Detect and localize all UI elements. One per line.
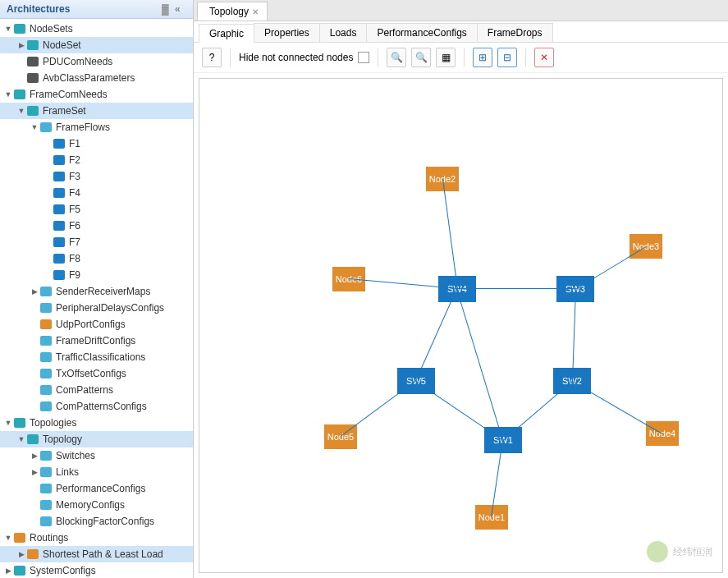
expand-arrow-icon[interactable] [30,401,39,411]
zoom-out-button[interactable]: 🔍 [411,48,431,67]
sub-tab-performanceconfigs[interactable]: PerformanceConfigs [366,23,477,42]
tree-item-avbclassparameters[interactable]: AvbClassParameters [0,70,193,86]
tree-item-framecomneeds[interactable]: ▼FrameComNeeds [0,86,193,103]
tree-item-routings[interactable]: ▼Routings [0,530,193,546]
tree-item-blockingfactorconfigs[interactable]: BlockingFactorConfigs [0,513,193,530]
link-sw3-sw4[interactable] [457,288,575,289]
expand-arrow-icon[interactable] [43,204,53,214]
tree-item-f1[interactable]: F1 [0,135,193,152]
tree-item-shortest-path-least-load[interactable]: ▶Shortest Path & Least Load [0,546,193,562]
tree-item-pducomneeds[interactable]: PDUComNeeds [0,53,193,70]
tree-item-frameset[interactable]: ▼FrameSet [0,103,193,119]
link-sw2-node4[interactable] [571,381,662,434]
tree-item-systemconfigs[interactable]: ▶SystemConfigs [0,562,193,578]
tree-item-f8[interactable]: F8 [0,250,193,267]
sub-tab-graphic[interactable]: Graphic [199,24,254,43]
tree-item-compatterns[interactable]: ComPatterns [0,382,193,398]
tree-item-f3[interactable]: F3 [0,168,193,185]
expand-arrow-icon[interactable] [43,155,53,165]
expand-arrow-icon[interactable]: ▶ [30,287,39,296]
expand-arrow-icon[interactable] [30,336,39,346]
expand-arrow-icon[interactable]: ▶ [3,566,13,576]
delete-button[interactable]: ✕ [534,48,554,67]
close-icon[interactable]: ✕ [252,7,259,16]
layout-button-2[interactable]: ⊟ [497,48,517,67]
tree-item-peripheraldelaysconfigs[interactable]: PeripheralDelaysConfigs [0,300,193,316]
tree-item-label: F8 [69,253,80,264]
link-sw1-sw2[interactable] [503,381,573,441]
tree-item-compatternsconfigs[interactable]: ComPatternsConfigs [0,398,193,415]
tree-item-switches[interactable]: ▶Switches [0,447,193,464]
tree-item-udpportconfigs[interactable]: UdpPortConfigs [0,316,193,333]
orange-icon [26,548,39,561]
hide-nodes-checkbox[interactable] [358,52,369,63]
tab-topology[interactable]: Topology ✕ [197,2,268,21]
tree-item-frameflows[interactable]: ▼FrameFlows [0,119,193,135]
tree-item-txoffsetconfigs[interactable]: TxOffsetConfigs [0,365,193,382]
expand-arrow-icon[interactable] [30,319,39,329]
tree-item-performanceconfigs[interactable]: PerformanceConfigs [0,480,193,497]
expand-arrow-icon[interactable] [30,516,39,526]
expand-arrow-icon[interactable]: ▼ [30,122,39,132]
tree-item-f4[interactable]: F4 [0,185,193,201]
expand-arrow-icon[interactable]: ▶ [16,549,26,559]
tree-item-nodeset[interactable]: ▶NodeSet [0,37,193,53]
layout-button-1[interactable]: ⊞ [473,48,492,67]
expand-arrow-icon[interactable] [43,237,53,247]
tree-item-senderreceivermaps[interactable]: ▶SenderReceiverMaps [0,283,193,300]
chevron-icon[interactable]: « [175,3,186,15]
node-node4[interactable]: Node4 [646,421,679,446]
tree-item-trafficclassifications[interactable]: TrafficClassifications [0,349,193,365]
tree-item-f6[interactable]: F6 [0,218,193,234]
tree-item-framedriftconfigs[interactable]: FrameDriftConfigs [0,333,193,349]
link-sw5-node5[interactable] [340,380,416,437]
link-sw4-node2[interactable] [442,179,458,289]
expand-arrow-icon[interactable] [43,270,53,280]
expand-arrow-icon[interactable] [30,500,39,510]
tree-item-f7[interactable]: F7 [0,234,193,250]
expand-arrow-icon[interactable] [30,303,39,313]
sub-tab-loads[interactable]: Loads [319,23,368,42]
expand-arrow-icon[interactable] [43,254,53,264]
tree-item-nodesets[interactable]: ▼NodeSets [0,21,193,37]
tree-item-f9[interactable]: F9 [0,267,193,283]
tree-item-f2[interactable]: F2 [0,152,193,168]
expand-arrow-icon[interactable] [43,188,53,198]
expand-arrow-icon[interactable] [30,352,39,362]
expand-arrow-icon[interactable]: ▶ [30,467,39,477]
expand-arrow-icon[interactable] [43,172,53,181]
tree-item-f5[interactable]: F5 [0,201,193,218]
help-button[interactable]: ? [202,48,222,67]
fit-button[interactable]: ▦ [436,48,456,67]
link-sw4-sw1[interactable] [456,289,503,440]
expand-arrow-icon[interactable] [30,484,39,493]
sub-tab-framedrops[interactable]: FrameDrops [477,23,553,42]
link-sw4-sw5[interactable] [415,289,457,381]
expand-arrow-icon[interactable] [16,73,26,83]
tree-item-topologies[interactable]: ▼Topologies [0,415,193,431]
expand-arrow-icon[interactable]: ▼ [16,106,26,116]
tree-view[interactable]: ▼NodeSets▶NodeSetPDUComNeedsAvbClassPara… [0,19,193,578]
tree-item-label: FrameDriftConfigs [56,335,135,346]
link-sw5-sw1[interactable] [415,381,503,441]
collapse-icon[interactable]: ▓ [162,3,173,15]
expand-arrow-icon[interactable] [30,369,39,378]
expand-arrow-icon[interactable]: ▶ [16,40,26,50]
expand-arrow-icon[interactable]: ▼ [3,24,13,34]
topology-canvas[interactable]: 经纬恒润 SW1SW2SW3SW4SW5Node1Node2Node3Node4… [199,78,723,573]
link-sw3-node3[interactable] [575,246,647,290]
expand-arrow-icon[interactable]: ▼ [3,418,13,428]
expand-arrow-icon[interactable] [16,57,26,67]
sub-tab-properties[interactable]: Properties [254,23,320,42]
expand-arrow-icon[interactable] [43,139,53,149]
expand-arrow-icon[interactable] [43,221,53,231]
zoom-in-button[interactable]: 🔍 [387,48,406,67]
tree-item-memoryconfigs[interactable]: MemoryConfigs [0,497,193,513]
expand-arrow-icon[interactable]: ▶ [30,451,39,461]
expand-arrow-icon[interactable]: ▼ [3,533,13,543]
tree-item-topology[interactable]: ▼Topology [0,431,193,447]
expand-arrow-icon[interactable]: ▼ [16,434,26,444]
tree-item-links[interactable]: ▶Links [0,464,193,480]
expand-arrow-icon[interactable]: ▼ [3,89,13,99]
expand-arrow-icon[interactable] [30,385,39,395]
